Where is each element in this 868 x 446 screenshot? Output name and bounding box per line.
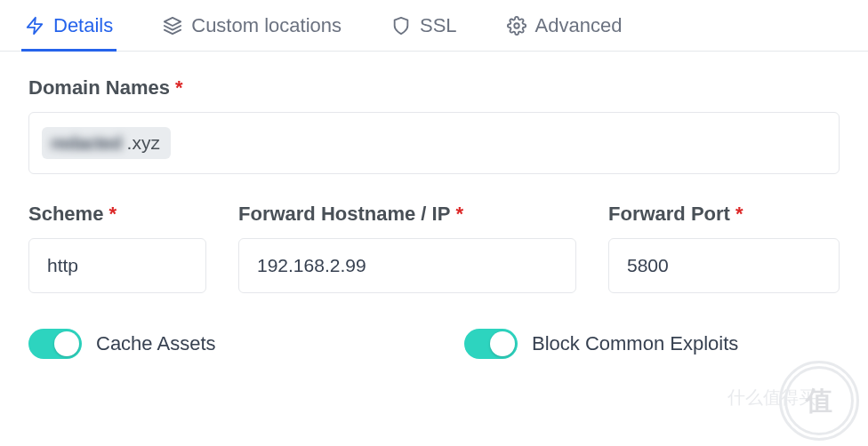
svg-marker-0	[165, 17, 181, 25]
tab-advanced[interactable]: Advanced	[503, 0, 626, 51]
tab-custom-locations[interactable]: Custom locations	[159, 0, 345, 51]
required-asterisk: *	[735, 203, 743, 226]
domain-chip-hidden: redacted	[51, 132, 122, 154]
tab-details[interactable]: Details	[21, 0, 117, 51]
forward-port-input[interactable]	[608, 238, 840, 293]
cache-assets-toggle[interactable]	[28, 329, 82, 359]
cache-assets-label: Cache Assets	[96, 332, 216, 355]
toggle-knob	[490, 331, 515, 356]
domain-chip[interactable]: redacted.xyz	[42, 127, 171, 159]
forward-host-label: Forward Hostname / IP *	[238, 203, 576, 226]
forward-port-label-text: Forward Port	[608, 203, 730, 226]
forward-port-label: Forward Port *	[608, 203, 840, 226]
toggle-knob	[54, 331, 79, 356]
layers-icon	[163, 16, 182, 36]
gear-icon	[507, 16, 526, 36]
required-asterisk: *	[455, 203, 463, 226]
tab-ssl-label: SSL	[420, 14, 457, 37]
shield-icon	[391, 16, 411, 36]
scheme-label: Scheme *	[28, 203, 206, 226]
required-asterisk: *	[108, 203, 117, 226]
svg-point-1	[514, 23, 519, 28]
domain-names-label-text: Domain Names	[28, 76, 170, 100]
lightning-icon	[25, 16, 44, 36]
forward-host-input[interactable]	[238, 238, 576, 293]
tab-details-label: Details	[53, 14, 113, 37]
watermark-glyph: 值	[806, 383, 832, 419]
forward-host-label-text: Forward Hostname / IP	[238, 203, 450, 226]
form-body: Domain Names * redacted.xyz Scheme * For…	[0, 52, 868, 380]
block-exploits-label: Block Common Exploits	[532, 332, 738, 355]
domain-chip-suffix: .xyz	[127, 132, 160, 154]
domain-names-label: Domain Names *	[28, 76, 840, 100]
scheme-select[interactable]	[28, 238, 206, 293]
domain-names-input[interactable]: redacted.xyz	[28, 112, 840, 174]
tab-bar: Details Custom locations SSL Advanced	[0, 0, 868, 52]
scheme-label-text: Scheme	[28, 203, 103, 226]
tab-advanced-label: Advanced	[535, 14, 623, 37]
watermark-text: 什么值得买	[727, 386, 816, 410]
block-exploits-toggle[interactable]	[464, 329, 518, 359]
tab-ssl[interactable]: SSL	[388, 0, 461, 51]
required-asterisk: *	[175, 76, 183, 100]
tab-custom-locations-label: Custom locations	[191, 14, 342, 37]
